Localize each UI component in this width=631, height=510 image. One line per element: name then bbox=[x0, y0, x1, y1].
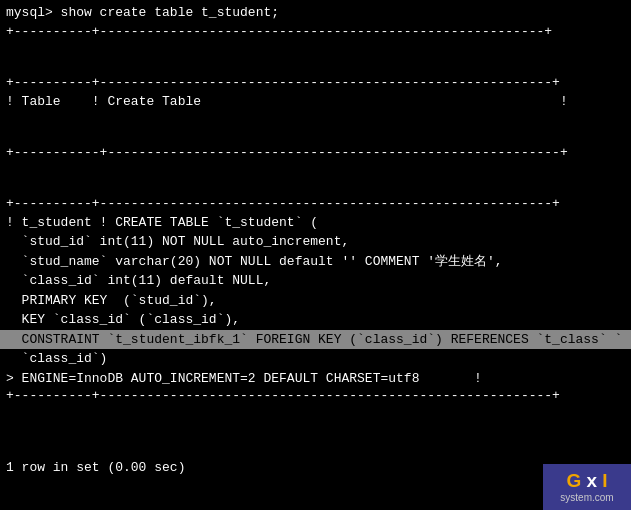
empty-line-2 bbox=[0, 58, 631, 75]
watermark-g: G bbox=[566, 470, 581, 491]
watermark-url: system.com bbox=[560, 492, 613, 503]
empty-line-4 bbox=[0, 128, 631, 145]
watermark-box: G x I system.com bbox=[543, 464, 631, 510]
prompt-text: mysql> show create table t_student; bbox=[6, 5, 279, 20]
table-label: Table bbox=[22, 94, 61, 109]
table-border-bottom: +----------+----------------------------… bbox=[0, 388, 631, 405]
table-border-long: +----------+----------------------------… bbox=[0, 75, 631, 92]
comment-label: COMMENT bbox=[365, 254, 420, 269]
empty-line-6 bbox=[0, 179, 631, 196]
data-row-table: ! t_student ! CREATE TABLE `t_student` ( bbox=[0, 213, 631, 233]
empty-line-7 bbox=[0, 405, 631, 422]
code-line-3: `class_id` int(11) default NULL, bbox=[0, 271, 631, 291]
empty-line-8 bbox=[0, 422, 631, 439]
empty-line-3 bbox=[0, 111, 631, 128]
result-line: 1 row in set (0.00 sec) bbox=[0, 456, 631, 480]
terminal-window: mysql> show create table t_student; +---… bbox=[0, 0, 631, 510]
code-line-4: PRIMARY KEY (`stud_id`), bbox=[0, 291, 631, 311]
code-line-1: `stud_id` int(11) NOT NULL auto_incremen… bbox=[0, 232, 631, 252]
constraint-label: CONSTRAINT bbox=[22, 332, 100, 347]
watermark-logo: G x I bbox=[566, 471, 607, 492]
empty-line-1 bbox=[0, 41, 631, 58]
code-line-7: > ENGINE=InnoDB AUTO_INCREMENT=2 DEFAULT… bbox=[0, 369, 631, 389]
code-line-5: KEY `class_id` (`class_id`), bbox=[0, 310, 631, 330]
constraint-line: CONSTRAINT `t_student_ibfk_1` FOREIGN KE… bbox=[0, 330, 631, 350]
table-border-mid: +-----------+---------------------------… bbox=[0, 145, 631, 162]
table-border-data: +----------+----------------------------… bbox=[0, 196, 631, 213]
table-header-row: ! Table ! Create Table ! bbox=[0, 92, 631, 112]
code-line-2: `stud_name` varchar(20) NOT NULL default… bbox=[0, 252, 631, 272]
watermark-x: x bbox=[586, 470, 597, 491]
empty-line-9 bbox=[0, 439, 631, 456]
code-line-6: `class_id`) bbox=[0, 349, 631, 369]
empty-line-5 bbox=[0, 162, 631, 179]
watermark-i: I bbox=[602, 470, 607, 491]
prompt-line: mysql> show create table t_student; bbox=[0, 0, 631, 24]
table-border-top: +----------+----------------------------… bbox=[0, 24, 631, 41]
